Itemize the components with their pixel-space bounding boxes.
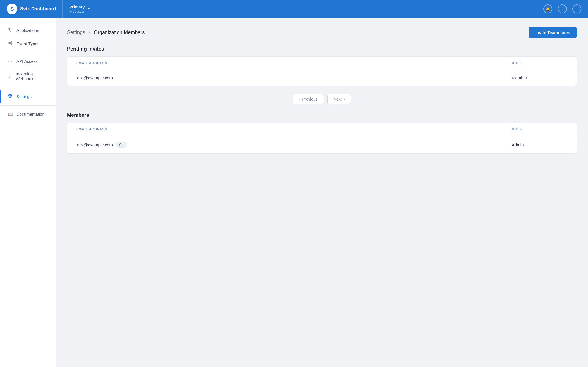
- sidebar-item-event-types[interactable]: Event Types: [0, 37, 56, 50]
- documentation-label: Documentation: [16, 112, 45, 116]
- pending-role-header: ROLE: [512, 61, 568, 65]
- env-selector[interactable]: Primary Production ▾: [69, 4, 90, 13]
- svg-point-1: [11, 28, 12, 29]
- pagination: ‹ Previous Next ›: [67, 94, 577, 104]
- documentation-icon: 📖: [8, 112, 13, 116]
- sidebar-item-api-access[interactable]: <> API Access: [0, 55, 56, 68]
- api-access-label: API Access: [16, 59, 38, 64]
- breadcrumb: Settings / Organization Members: [67, 30, 145, 35]
- sidebar-item-incoming-webhooks[interactable]: ↙ Incoming Webhooks: [0, 68, 56, 85]
- settings-label: Settings: [16, 94, 32, 99]
- pending-email-header: EMAIL ADDRESS: [76, 61, 512, 65]
- layout: Applications Event Types <> API Access ↙…: [0, 18, 588, 367]
- sidebar: Applications Event Types <> API Access ↙…: [0, 18, 56, 367]
- brand-name: Svix Dashboard: [20, 6, 56, 12]
- main-content: Settings / Organization Members Invite T…: [56, 18, 588, 367]
- logo: S: [7, 4, 17, 14]
- next-chevron-icon: ›: [343, 97, 345, 101]
- member-email: jack@example.com You: [76, 142, 512, 148]
- incoming-webhooks-icon: ↙: [8, 74, 12, 78]
- brand: S Svix Dashboard: [7, 0, 63, 18]
- next-label: Next: [334, 97, 342, 101]
- pending-invite-role: Member: [512, 75, 568, 80]
- svg-point-0: [9, 28, 10, 29]
- api-access-icon: <>: [8, 59, 13, 63]
- bell-icon[interactable]: 🔔: [543, 4, 552, 13]
- user-icon[interactable]: 👤: [572, 4, 581, 13]
- incoming-webhooks-label: Incoming Webhooks: [16, 72, 49, 81]
- applications-icon: [8, 27, 13, 33]
- env-name: Primary: [69, 4, 85, 9]
- svg-point-7: [11, 44, 12, 45]
- members-title: Members: [67, 112, 577, 118]
- page-header: Settings / Organization Members Invite T…: [67, 27, 577, 38]
- top-nav-actions: 🔔 ? 👤: [543, 4, 581, 13]
- prev-chevron-icon: ‹: [299, 97, 301, 101]
- sidebar-divider-2: [0, 87, 56, 87]
- applications-label: Applications: [16, 28, 39, 33]
- pending-invite-row: jess@example.com Member: [67, 70, 577, 86]
- chevron-down-icon: ▾: [88, 7, 90, 11]
- breadcrumb-separator: /: [89, 30, 90, 35]
- members-email-header: EMAIL ADDRESS: [76, 127, 512, 131]
- previous-button[interactable]: ‹ Previous: [293, 94, 324, 104]
- top-nav: S Svix Dashboard Primary Production ▾ 🔔 …: [0, 0, 588, 18]
- sidebar-divider-3: [0, 105, 56, 106]
- members-header: EMAIL ADDRESS ROLE: [67, 123, 577, 136]
- sidebar-item-documentation[interactable]: 📖 Documentation: [0, 108, 56, 120]
- svg-point-2: [10, 30, 11, 31]
- members-role-header: ROLE: [512, 127, 568, 131]
- member-role: Admin: [512, 142, 568, 147]
- members-table: EMAIL ADDRESS ROLE jack@example.com You …: [67, 123, 577, 154]
- previous-label: Previous: [302, 97, 317, 101]
- help-icon[interactable]: ?: [558, 4, 567, 13]
- sidebar-divider-1: [0, 53, 56, 53]
- pending-invite-email: jess@example.com: [76, 75, 512, 80]
- svg-line-4: [10, 29, 11, 30]
- svg-point-5: [9, 42, 10, 44]
- logo-letter: S: [10, 6, 14, 12]
- svg-line-3: [9, 29, 10, 30]
- pending-invites-title: Pending Invites: [67, 46, 577, 52]
- pending-invites-table: EMAIL ADDRESS ROLE jess@example.com Memb…: [67, 56, 577, 86]
- svg-line-9: [10, 43, 11, 44]
- event-types-label: Event Types: [16, 41, 39, 46]
- invite-teammates-button[interactable]: Invite Teammates: [529, 27, 577, 38]
- breadcrumb-parent: Settings: [67, 30, 85, 35]
- sidebar-item-settings[interactable]: Settings: [0, 90, 56, 103]
- settings-icon: [8, 94, 13, 99]
- next-button[interactable]: Next ›: [327, 94, 351, 104]
- sidebar-item-applications[interactable]: Applications: [0, 23, 56, 37]
- svg-point-6: [11, 41, 12, 42]
- pending-invites-header: EMAIL ADDRESS ROLE: [67, 57, 577, 70]
- breadcrumb-current: Organization Members: [94, 30, 145, 35]
- env-sub: Production: [69, 9, 85, 13]
- event-types-icon: [8, 41, 13, 46]
- you-badge: You: [116, 142, 127, 148]
- member-row: jack@example.com You Admin: [67, 136, 577, 153]
